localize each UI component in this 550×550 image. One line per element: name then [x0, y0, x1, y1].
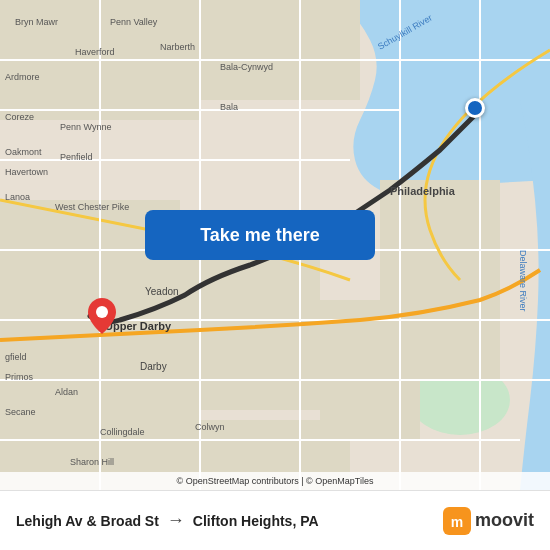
svg-rect-5: [200, 0, 360, 100]
svg-text:Ardmore: Ardmore: [5, 72, 40, 82]
svg-text:Penfield: Penfield: [60, 152, 93, 162]
svg-text:Primos: Primos: [5, 372, 34, 382]
map-container: Bryn Mawr Penn Valley Haverford Ardmore …: [0, 0, 550, 490]
svg-text:Sharon Hill: Sharon Hill: [70, 457, 114, 467]
arrow-icon: →: [167, 510, 185, 531]
svg-text:Colwyn: Colwyn: [195, 422, 225, 432]
svg-text:m: m: [451, 514, 463, 530]
destination-marker: [465, 98, 485, 118]
svg-text:Bryn Mawr: Bryn Mawr: [15, 17, 58, 27]
svg-text:Secane: Secane: [5, 407, 36, 417]
svg-text:Havertown: Havertown: [5, 167, 48, 177]
moovit-brand-name: moovit: [475, 510, 534, 531]
moovit-icon: m: [443, 507, 471, 535]
take-me-there-button[interactable]: Take me there: [145, 210, 375, 260]
svg-text:Lanoa: Lanoa: [5, 192, 30, 202]
svg-text:Oakmont: Oakmont: [5, 147, 42, 157]
svg-text:gfield: gfield: [5, 352, 27, 362]
svg-text:Darby: Darby: [140, 361, 167, 372]
svg-text:Penn Valley: Penn Valley: [110, 17, 158, 27]
origin-marker: [88, 298, 116, 334]
svg-text:Philadelphia: Philadelphia: [390, 185, 456, 197]
svg-text:Bala-Cynwyd: Bala-Cynwyd: [220, 62, 273, 72]
origin-label: Lehigh Av & Broad St: [16, 513, 159, 529]
svg-text:Narberth: Narberth: [160, 42, 195, 52]
svg-text:Haverford: Haverford: [75, 47, 115, 57]
svg-point-39: [96, 306, 108, 318]
svg-text:Penn Wynne: Penn Wynne: [60, 122, 111, 132]
svg-text:Aldan: Aldan: [55, 387, 78, 397]
svg-text:Coreze: Coreze: [5, 112, 34, 122]
svg-text:West Chester Pike: West Chester Pike: [55, 202, 129, 212]
svg-text:Bala: Bala: [220, 102, 238, 112]
svg-text:Delaware River: Delaware River: [518, 250, 528, 312]
bottom-bar: Lehigh Av & Broad St → Clifton Heights, …: [0, 490, 550, 550]
svg-text:Yeadon: Yeadon: [145, 286, 179, 297]
svg-text:Collingdale: Collingdale: [100, 427, 145, 437]
route-info: Lehigh Av & Broad St → Clifton Heights, …: [16, 510, 443, 531]
moovit-logo: m moovit: [443, 507, 534, 535]
map-attribution: © OpenStreetMap contributors | © OpenMap…: [0, 472, 550, 490]
attribution-text: © OpenStreetMap contributors | © OpenMap…: [177, 476, 374, 486]
destination-label: Clifton Heights, PA: [193, 513, 319, 529]
